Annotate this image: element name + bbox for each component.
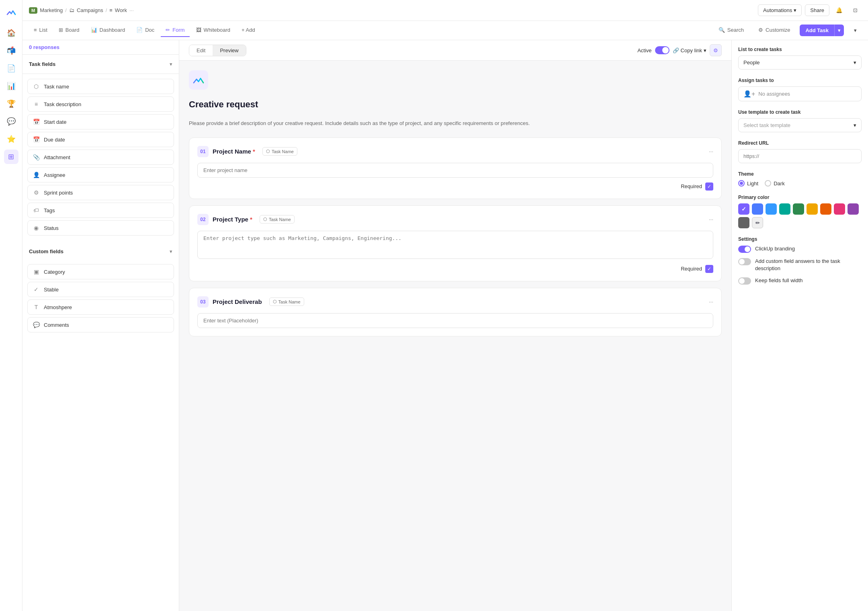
- task-fields-collapse[interactable]: ▾: [170, 61, 172, 67]
- card-1-title: Project Name *: [213, 148, 255, 155]
- tags-icon: 🏷: [33, 207, 40, 213]
- theme-section: Theme Light Dark: [738, 171, 862, 187]
- light-radio[interactable]: [738, 180, 745, 187]
- sidebar-spaces[interactable]: ⊞: [4, 150, 18, 164]
- field-label: Sprint points: [44, 190, 73, 196]
- field-label: Start date: [44, 119, 66, 125]
- theme-light[interactable]: Light: [738, 180, 758, 187]
- template-section: Use template to create task Select task …: [738, 109, 862, 132]
- list-dropdown-chevron: ▾: [854, 59, 856, 66]
- customize-nav[interactable]: ⚙ Customize: [753, 24, 795, 37]
- folder-name[interactable]: Campaigns: [77, 7, 103, 13]
- field-label: Due date: [44, 137, 65, 143]
- card-3-input[interactable]: [197, 313, 713, 328]
- add-task-button[interactable]: Add Task: [800, 25, 834, 36]
- card-1-input[interactable]: [197, 163, 713, 178]
- branding-toggle[interactable]: [738, 246, 751, 253]
- sidebar-inbox[interactable]: 📬: [4, 43, 18, 58]
- form-settings-button[interactable]: ⚙: [710, 44, 722, 56]
- tab-board[interactable]: ⊞ Board: [54, 24, 84, 37]
- add-task-caret[interactable]: ▾: [834, 25, 844, 36]
- list-dropdown[interactable]: People ▾: [738, 55, 862, 70]
- dark-radio[interactable]: [765, 180, 771, 187]
- sidebar-messages[interactable]: 💬: [4, 114, 18, 129]
- start-date-icon: 📅: [33, 119, 40, 125]
- toggle-knob: [662, 47, 669, 53]
- share-button[interactable]: Share: [805, 4, 829, 16]
- sidebar-favorites[interactable]: ⭐: [4, 132, 18, 146]
- setting-branding: ClickUp branding: [738, 245, 862, 253]
- color-yellow[interactable]: [807, 203, 818, 215]
- custom-field-comments[interactable]: 💬 Comments: [27, 317, 174, 332]
- search-nav[interactable]: 🔍 Search: [714, 24, 749, 37]
- color-gray[interactable]: [738, 217, 749, 228]
- preview-toggle[interactable]: Preview: [213, 45, 246, 56]
- card-2-textarea[interactable]: [197, 231, 713, 259]
- copy-link-button[interactable]: 🔗 Copy link ▾: [673, 47, 706, 53]
- no-assignee[interactable]: 👤+ No assignees: [738, 86, 862, 101]
- color-picker[interactable]: ✏: [752, 217, 763, 228]
- notifications-button[interactable]: 🔔: [833, 4, 845, 17]
- custom-fields-collapse[interactable]: ▾: [170, 248, 172, 254]
- atmosphere-icon: T: [33, 304, 40, 310]
- add-assignee-icon: 👤+: [743, 90, 755, 98]
- field-due-date[interactable]: 📅 Due date: [27, 132, 174, 147]
- tab-list[interactable]: ≡ List: [29, 24, 52, 37]
- primary-color-section: Primary color ✏: [738, 195, 862, 228]
- task-fields-title: Task fields: [29, 61, 55, 67]
- custom-field-atmosphere[interactable]: T Atmoshpere: [27, 299, 174, 315]
- custom-field-category[interactable]: ▣ Category: [27, 264, 174, 279]
- form-description: Please provide a brief description of yo…: [189, 119, 722, 128]
- list-name[interactable]: Work: [115, 7, 127, 13]
- automations-button[interactable]: Automations ▾: [758, 4, 802, 16]
- tab-add[interactable]: + Add: [237, 24, 260, 37]
- card-2-more[interactable]: ···: [709, 216, 713, 222]
- required-checkbox[interactable]: ✓: [705, 265, 713, 273]
- field-status[interactable]: ◉ Status: [27, 220, 174, 236]
- sidebar-home[interactable]: 🏠: [4, 26, 18, 40]
- sidebar-docs[interactable]: 📄: [4, 61, 18, 76]
- stable-icon: ✓: [33, 286, 40, 293]
- field-attachment[interactable]: 📎 Attachment: [27, 150, 174, 165]
- card-3-title: Project Deliverab: [213, 298, 262, 305]
- field-start-date[interactable]: 📅 Start date: [27, 114, 174, 129]
- sidebar-goals[interactable]: 📊: [4, 79, 18, 93]
- layout-button[interactable]: ⊡: [849, 4, 862, 17]
- template-dropdown[interactable]: Select task template ▾: [738, 118, 862, 132]
- edit-toggle[interactable]: Edit: [189, 45, 213, 56]
- field-task-description[interactable]: ≡ Task description: [27, 96, 174, 112]
- color-teal[interactable]: [779, 203, 790, 215]
- color-green[interactable]: [793, 203, 804, 215]
- full-width-toggle[interactable]: [738, 277, 751, 285]
- card-1-more[interactable]: ···: [709, 148, 713, 154]
- active-toggle[interactable]: [655, 46, 669, 54]
- color-orange[interactable]: [820, 203, 831, 215]
- field-tags[interactable]: 🏷 Tags: [27, 203, 174, 218]
- more-menu[interactable]: ···: [129, 7, 134, 13]
- redirect-input[interactable]: [738, 149, 862, 163]
- sidebar-achievements[interactable]: 🏆: [4, 96, 18, 111]
- comments-icon: 💬: [33, 322, 40, 328]
- tab-doc[interactable]: 📄 Doc: [131, 24, 159, 37]
- color-light-blue[interactable]: [766, 203, 777, 215]
- card-2-required-row: Required ✓: [197, 265, 713, 273]
- theme-label: Theme: [738, 171, 862, 177]
- card-3-more[interactable]: ···: [709, 299, 713, 305]
- required-checkbox[interactable]: ✓: [705, 182, 713, 191]
- theme-dark[interactable]: Dark: [765, 180, 784, 187]
- custom-fields-toggle[interactable]: [738, 258, 751, 265]
- color-purple[interactable]: [738, 203, 749, 215]
- tab-dashboard[interactable]: 📊 Dashboard: [86, 24, 130, 37]
- nav-more-button[interactable]: ▾: [849, 24, 862, 37]
- tab-whiteboard[interactable]: 🖼 Whiteboard: [191, 24, 235, 37]
- color-pink[interactable]: [834, 203, 845, 215]
- custom-field-stable[interactable]: ✓ Stable: [27, 282, 174, 297]
- field-sprint-points[interactable]: ⚙ Sprint points: [27, 185, 174, 200]
- field-task-name[interactable]: ⬡ Task name: [27, 79, 174, 94]
- field-assignee[interactable]: 👤 Assignee: [27, 167, 174, 182]
- customize-nav-icon: ⚙: [758, 27, 763, 33]
- color-blue-violet[interactable]: [752, 203, 763, 215]
- workspace-name[interactable]: Marketing: [40, 7, 63, 13]
- tab-form[interactable]: ✏ Form: [161, 24, 189, 37]
- color-violet[interactable]: [848, 203, 859, 215]
